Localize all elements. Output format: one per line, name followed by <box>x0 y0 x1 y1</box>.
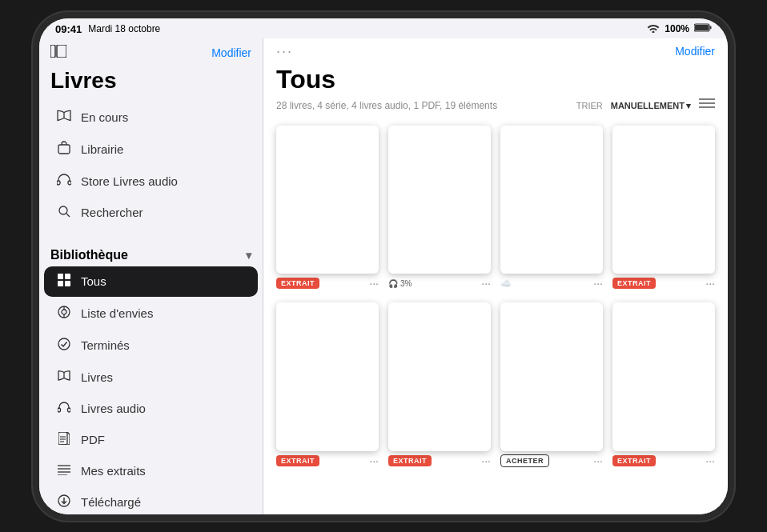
book-actions-dark-vector: EXTRAIT ··· <box>612 277 715 290</box>
book-actions-omega: EXTRAIT ··· <box>388 454 491 467</box>
sidebar-label-telecharge: Téléchargé <box>81 495 141 509</box>
book-cover-sparring[interactable]: JOHN GRISHAM SPARRINGPARTNERS <box>500 302 603 451</box>
sidebar-item-librairie[interactable]: Librairie <box>44 134 258 165</box>
sidebar-item-termines[interactable]: Terminés <box>44 330 258 361</box>
sidebar-label-termines: Terminés <box>81 338 130 352</box>
sort-button[interactable]: MANUELLEMENT ▾ <box>611 101 691 111</box>
extrait-badge-dark-vector[interactable]: EXTRAIT <box>612 278 656 289</box>
content-subtitle: 28 livres, 4 série, 4 livres audio, 1 PD… <box>263 98 728 119</box>
sidebar-item-mes-extraits[interactable]: Mes extraits <box>44 457 258 486</box>
sort-chevron-icon: ▾ <box>686 101 691 111</box>
bibliotheque-header[interactable]: Bibliothèque ▾ <box>39 238 263 266</box>
book-more-sparring[interactable]: ··· <box>593 454 603 467</box>
svg-rect-1 <box>695 25 709 30</box>
content-top-bar: ··· Modifier <box>263 38 728 60</box>
headphones-small-icon: 🎧 <box>388 279 398 288</box>
svg-rect-14 <box>65 281 70 286</box>
ipad-device: 09:41 Mardi 18 octobre 100% Modifier Liv… <box>39 18 728 514</box>
sidebar-label-rechercher: Rechercher <box>81 206 143 219</box>
svg-point-9 <box>59 206 67 214</box>
sidebar-item-rechercher[interactable]: Rechercher <box>44 198 258 228</box>
download-icon <box>55 494 73 510</box>
book-more-omega[interactable]: ··· <box>481 454 491 467</box>
svg-rect-3 <box>50 45 55 58</box>
sidebar-modify-button[interactable]: Modifier <box>211 46 251 59</box>
book-cover-book-lovers[interactable]: EMILY HENRY BOOKLOVERS <box>276 302 379 451</box>
sidebar-label-tous: Tous <box>81 274 106 288</box>
sidebar-label-store-audio: Store Livres audio <box>81 174 178 188</box>
content-area: ··· Modifier Tous 28 livres, 4 série, 4 … <box>263 38 728 514</box>
book-item-dark-vector: #1 NEW YORK TIMES BESTSELLING AUTHOR CLI… <box>612 126 715 290</box>
book-item-omega: NEW YORK TIMES BESTSELLING AUTHOR STEVEB… <box>388 302 491 467</box>
svg-rect-23 <box>58 432 67 445</box>
percent-badge-frankenstein: 3% <box>400 279 412 288</box>
extrait-badge-maid[interactable]: EXTRAIT <box>612 455 656 466</box>
book-icon <box>55 370 73 386</box>
sort-area: TRIER MANUELLEMENT ▾ <box>576 98 715 114</box>
book-more-latecomer[interactable]: ··· <box>369 277 379 290</box>
sidebar-item-tous[interactable]: Tous <box>44 266 258 297</box>
sidebar: Modifier Livres En cours Librairie <box>39 38 263 514</box>
book-more-book-lovers[interactable]: ··· <box>369 454 379 467</box>
book-cover-dark-vector[interactable]: #1 NEW YORK TIMES BESTSELLING AUTHOR CLI… <box>612 126 715 274</box>
extrait-badge-omega[interactable]: EXTRAIT <box>388 455 432 466</box>
book-actions-sparring: ACHETER ··· <box>500 454 603 467</box>
pdf-icon <box>55 432 73 448</box>
subtitle-text: 28 livres, 4 série, 4 livres audio, 1 PD… <box>276 100 497 111</box>
status-right: 100% <box>647 23 712 35</box>
book-item-crying: Crying in HMART MICHELLE ZAUNER <box>500 126 603 290</box>
svg-rect-11 <box>58 274 63 279</box>
book-item-book-lovers: EMILY HENRY BOOKLOVERS EXTRAIT ··· <box>276 302 379 467</box>
book-actions-frankenstein: 🎧 3% ··· <box>388 277 491 290</box>
book-more-frankenstein[interactable]: ··· <box>481 277 491 290</box>
svg-line-10 <box>66 214 70 217</box>
sidebar-label-livres-audio: Livres audio <box>81 402 146 415</box>
sidebar-item-store-audio[interactable]: Store Livres audio <box>44 166 258 196</box>
book-cover-crying[interactable]: Crying in HMART MICHELLE ZAUNER <box>500 126 603 274</box>
book-more-dark-vector[interactable]: ··· <box>705 277 715 290</box>
sidebar-label-livres: Livres <box>81 370 113 384</box>
main-layout: Modifier Livres En cours Librairie <box>39 38 728 514</box>
book-open-icon <box>55 110 73 125</box>
book-cover-maid[interactable]: #1 NEW YORK TIMES BESTSELLER THEMAID a N… <box>612 302 715 451</box>
content-modify-button[interactable]: Modifier <box>675 45 715 58</box>
sidebar-header: Modifier <box>39 38 263 65</box>
sidebar-item-en-cours[interactable]: En cours <box>44 102 258 132</box>
list-view-button[interactable] <box>699 98 715 114</box>
sort-label: TRIER <box>576 101 603 110</box>
headphones-nav-icon <box>55 174 73 189</box>
extraits-icon <box>55 464 73 478</box>
top-dots: ··· <box>276 43 293 60</box>
search-nav-icon <box>55 205 73 221</box>
book-item-frankenstein: Frankenstein M Emma Jane Austen <box>388 126 491 290</box>
status-date: Mardi 18 octobre <box>88 23 160 34</box>
sidebar-item-livres[interactable]: Livres <box>44 362 258 393</box>
book-cover-frankenstein[interactable]: Frankenstein M Emma Jane Austen <box>388 126 491 274</box>
book-more-crying[interactable]: ··· <box>593 277 603 290</box>
sidebar-item-telecharge[interactable]: Téléchargé <box>44 487 258 514</box>
book-item-latecomer: 🌸🌸 TheLatecomer a novel JEAN HANFF KOREL… <box>276 126 379 290</box>
sidebar-label-librairie: Librairie <box>81 142 123 156</box>
grid-icon <box>55 274 73 290</box>
acheter-badge-sparring[interactable]: ACHETER <box>500 454 549 467</box>
book-cover-omega[interactable]: NEW YORK TIMES BESTSELLING AUTHOR STEVEB… <box>388 302 491 451</box>
cloud-icon: ☁️ <box>500 278 512 289</box>
wifi-icon <box>647 23 660 35</box>
status-time: 09:41 <box>55 23 82 35</box>
checkmark-icon <box>55 338 73 354</box>
svg-point-16 <box>62 310 66 314</box>
battery-icon <box>694 23 712 34</box>
extrait-badge-latecomer[interactable]: EXTRAIT <box>276 278 319 289</box>
book-more-maid[interactable]: ··· <box>705 454 715 467</box>
sidebar-title: Livres <box>39 65 263 102</box>
book-cover-latecomer[interactable]: 🌸🌸 TheLatecomer a novel JEAN HANFF KOREL… <box>276 126 379 274</box>
svg-rect-6 <box>58 145 70 154</box>
sidebar-item-liste-envies[interactable]: Liste d'envies <box>44 298 258 329</box>
extrait-badge-book-lovers[interactable]: EXTRAIT <box>276 455 319 466</box>
bag-icon <box>55 141 73 158</box>
sidebar-label-mes-extraits: Mes extraits <box>81 464 146 478</box>
wishlist-icon <box>55 306 73 322</box>
sidebar-item-pdf[interactable]: PDF <box>44 425 258 455</box>
bibliotheque-chevron-icon: ▾ <box>246 249 251 262</box>
sidebar-item-livres-audio[interactable]: Livres audio <box>44 394 258 423</box>
